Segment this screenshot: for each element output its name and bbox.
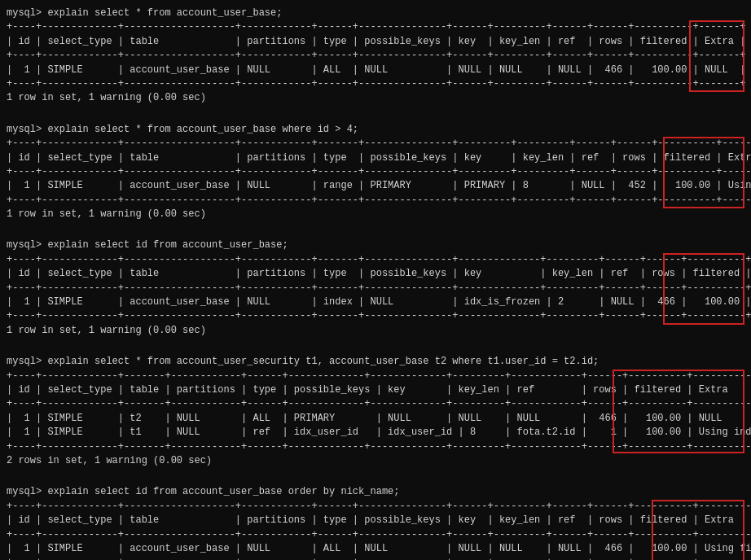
table-4: +----+-------------+-------+------------… xyxy=(7,370,744,454)
prompt-2: mysql> explain select * from account_use… xyxy=(7,123,744,137)
prompt-1: mysql> explain select * from account_use… xyxy=(7,7,744,20)
terminal: mysql> explain select * from account_use… xyxy=(7,7,744,560)
table-wrapper-4: +----+-------------+-------+------------… xyxy=(7,370,744,454)
table-wrapper-3: +----+-------------+-------------------+… xyxy=(7,253,744,324)
result-1: 1 row in set, 1 warning (0.00 sec) xyxy=(7,91,744,105)
section-4: mysql> explain select * from account_use… xyxy=(7,355,744,468)
table-wrapper-1: +----+-------------+-------------------+… xyxy=(7,20,744,91)
table-5: +----+-------------+-------------------+… xyxy=(7,500,744,560)
result-4: 2 rows in set, 1 warning (0.00 sec) xyxy=(7,454,744,468)
prompt-5: mysql> explain select id from account_us… xyxy=(7,485,744,499)
table-3: +----+-------------+-------------------+… xyxy=(7,253,744,324)
section-3: mysql> explain select id from account_us… xyxy=(7,238,744,338)
table-wrapper-5: +----+-------------+-------------------+… xyxy=(7,500,744,560)
prompt-3: mysql> explain select id from account_us… xyxy=(7,238,744,252)
section-1: mysql> explain select * from account_use… xyxy=(7,7,744,106)
section-5: mysql> explain select id from account_us… xyxy=(7,485,744,560)
table-2: +----+-------------+-------------------+… xyxy=(7,137,744,208)
section-2: mysql> explain select * from account_use… xyxy=(7,123,744,222)
table-wrapper-2: +----+-------------+-------------------+… xyxy=(7,137,744,208)
table-1: +----+-------------+-------------------+… xyxy=(7,20,744,91)
prompt-4: mysql> explain select * from account_use… xyxy=(7,355,744,369)
result-2: 1 row in set, 1 warning (0.00 sec) xyxy=(7,208,744,221)
result-3: 1 row in set, 1 warning (0.00 sec) xyxy=(7,324,744,338)
